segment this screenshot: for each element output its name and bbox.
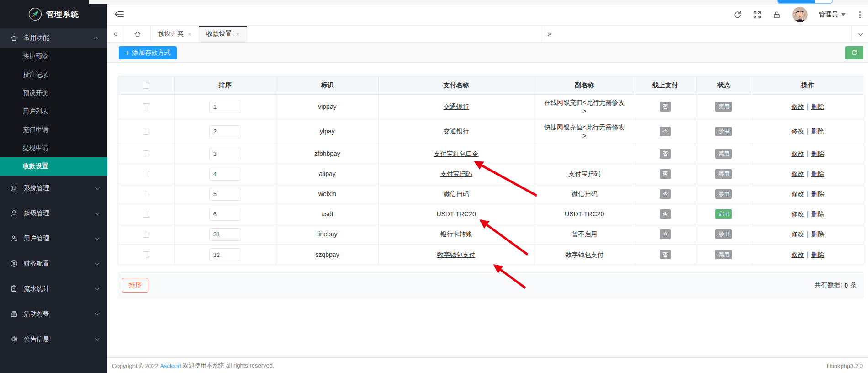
status-badge: 禁用 <box>715 169 732 178</box>
edit-link[interactable]: 修改 <box>791 127 804 136</box>
tabs-scroll-left[interactable]: « <box>107 26 124 42</box>
user-avatar[interactable] <box>792 7 808 22</box>
column-header-2: 支付名称 <box>379 76 534 94</box>
edit-link[interactable]: 修改 <box>791 190 804 198</box>
action-separator: | <box>807 250 809 259</box>
pay-name-link[interactable]: 数字钱包支付 <box>437 250 476 259</box>
pay-name-link[interactable]: 交通银行 <box>444 127 469 136</box>
row-checkbox[interactable] <box>143 171 149 177</box>
code-cell: vippay <box>276 95 379 119</box>
edit-link[interactable]: 修改 <box>791 170 804 178</box>
sidebar-subitem-1[interactable]: 投注记录 <box>0 66 107 84</box>
sidebar-section-common[interactable]: 常用功能 <box>0 28 107 48</box>
tab-1[interactable]: 收款设置× <box>199 26 248 42</box>
refresh-icon[interactable] <box>733 11 742 19</box>
sort-input[interactable] <box>209 188 241 201</box>
edit-link[interactable]: 修改 <box>791 102 804 111</box>
delete-link[interactable]: 删除 <box>811 210 824 218</box>
delete-link[interactable]: 删除 <box>811 190 824 198</box>
sort-input[interactable] <box>209 101 241 113</box>
status-badge: 禁用 <box>715 102 732 111</box>
status-cell: 禁用 <box>695 119 752 144</box>
more-menu-icon[interactable] <box>857 11 863 19</box>
edit-link[interactable]: 修改 <box>791 149 804 158</box>
pay-name-cell: 支付宝红包口令 <box>379 144 534 164</box>
pay-name-link[interactable]: 交通银行 <box>444 102 469 111</box>
sidebar-section-7[interactable]: 公告信息 <box>0 326 107 352</box>
sort-button[interactable]: 排序 <box>122 278 148 293</box>
online-pay-cell: 否 <box>635 119 696 144</box>
pay-name-link[interactable]: 支付宝扫码 <box>440 170 472 178</box>
plus-icon: + <box>125 49 129 57</box>
tabs-scroll-right[interactable]: » <box>541 26 558 42</box>
column-header-3: 副名称 <box>534 76 635 94</box>
row-checkbox[interactable] <box>143 128 149 135</box>
edit-link[interactable]: 修改 <box>791 250 804 259</box>
sort-input[interactable] <box>209 208 241 221</box>
row-checkbox[interactable] <box>143 231 149 238</box>
row-checkbox[interactable] <box>143 251 149 258</box>
sidebar-subitem-3[interactable]: 用户列表 <box>0 102 107 121</box>
actions-cell: 修改|删除 <box>752 95 863 119</box>
delete-link[interactable]: 删除 <box>811 250 824 259</box>
row-checkbox[interactable] <box>143 103 149 110</box>
sidebar-subitem-2[interactable]: 预设开奖 <box>0 84 107 102</box>
sort-cell <box>175 119 276 144</box>
pay-name-link[interactable]: 银行卡转账 <box>440 230 472 239</box>
pay-name-link[interactable]: USDT-TRC20 <box>436 210 476 218</box>
sort-input[interactable] <box>209 168 241 181</box>
row-checkbox[interactable] <box>143 211 149 218</box>
chevron-down-icon <box>95 286 100 290</box>
tab-home[interactable] <box>124 26 151 42</box>
sidebar-subitem-0[interactable]: 快捷预览 <box>0 48 107 66</box>
delete-link[interactable]: 删除 <box>811 170 824 178</box>
sidebar-section-4[interactable]: 财务配置 <box>0 251 107 276</box>
pay-name-link[interactable]: 微信扫码 <box>444 190 469 198</box>
sidebar-subitem-label: 用户列表 <box>23 107 48 116</box>
sort-input[interactable] <box>209 228 241 241</box>
sort-input[interactable] <box>209 248 241 261</box>
sidebar-fold-icon[interactable] <box>114 10 124 19</box>
header-checkbox-cell <box>118 76 175 94</box>
add-deposit-method-button[interactable]: + 添加存款方式 <box>119 46 177 59</box>
pay-name-link[interactable]: 支付宝红包口令 <box>434 149 479 158</box>
sidebar-subitem-4[interactable]: 充值申请 <box>0 121 107 139</box>
sidebar-section-label: 公告信息 <box>24 335 95 343</box>
select-all-checkbox[interactable] <box>143 82 149 89</box>
delete-link[interactable]: 删除 <box>811 149 824 158</box>
sort-input[interactable] <box>209 125 241 138</box>
delete-link[interactable]: 删除 <box>811 230 824 239</box>
subname-cell: 支付宝扫码 <box>534 164 635 184</box>
table-header-row: 排序标识支付名称副名称线上支付状态操作 <box>118 76 863 95</box>
tabs-menu-icon[interactable] <box>851 26 868 42</box>
sidebar-section-1[interactable]: 系统管理 <box>0 176 107 201</box>
sidebar-section-6[interactable]: 活动列表 <box>0 301 107 326</box>
user-menu[interactable]: 管理员 <box>819 11 846 19</box>
row-checkbox[interactable] <box>143 191 149 197</box>
actions-cell: 修改|删除 <box>752 119 863 144</box>
sidebar-subitem-5[interactable]: 提现申请 <box>0 139 107 157</box>
sidebar-subitem-6[interactable]: 收款设置 <box>0 157 107 176</box>
lock-icon[interactable] <box>773 11 781 19</box>
sort-input[interactable] <box>209 148 241 160</box>
sidebar-section-3[interactable]: 用户管理 <box>0 226 107 251</box>
edit-link[interactable]: 修改 <box>791 210 804 218</box>
tab-bar: « 预设开奖×收款设置× » <box>107 25 868 43</box>
close-icon[interactable]: × <box>236 31 240 37</box>
status-cell: 禁用 <box>695 95 752 119</box>
edit-link[interactable]: 修改 <box>791 230 804 239</box>
sidebar-section-5[interactable]: 流水统计 <box>0 276 107 301</box>
code-cell: ylpay <box>276 119 379 144</box>
subname-cell: 微信扫码 <box>534 184 635 204</box>
delete-link[interactable]: 删除 <box>811 127 824 136</box>
close-icon[interactable]: × <box>188 31 191 37</box>
sidebar-section-2[interactable]: 超级管理 <box>0 201 107 226</box>
ascloud-link[interactable]: Ascloud <box>160 362 181 369</box>
row-checkbox[interactable] <box>143 150 149 157</box>
status-badge: 禁用 <box>715 127 732 136</box>
delete-link[interactable]: 删除 <box>811 102 824 111</box>
table-refresh-button[interactable] <box>845 46 863 59</box>
tab-0[interactable]: 预设开奖× <box>151 26 199 42</box>
checkbox-cell <box>118 119 175 144</box>
fullscreen-icon[interactable] <box>753 11 762 19</box>
